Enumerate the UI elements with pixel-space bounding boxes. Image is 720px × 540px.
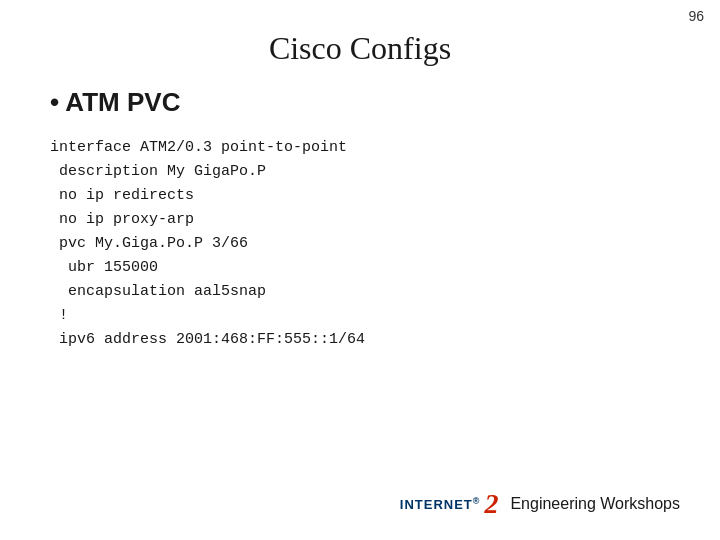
logo-registered: ® (473, 496, 481, 506)
footer: INTERNET® 2 Engineering Workshops (40, 478, 680, 520)
logo-internet-text: INTERNET® (400, 497, 481, 511)
bullet-atm-pvc: • ATM PVC (50, 87, 680, 118)
code-block: interface ATM2/0.3 point-to-point descri… (50, 136, 680, 352)
page-number: 96 (688, 8, 704, 24)
logo-number: 2 (484, 488, 498, 520)
slide-title: Cisco Configs (40, 30, 680, 67)
logo-wrapper: INTERNET® (400, 497, 481, 511)
internet2-logo: INTERNET® 2 (400, 488, 499, 520)
slide-container: 96 Cisco Configs • ATM PVC interface ATM… (0, 0, 720, 540)
workshops-label: Engineering Workshops (510, 495, 680, 513)
